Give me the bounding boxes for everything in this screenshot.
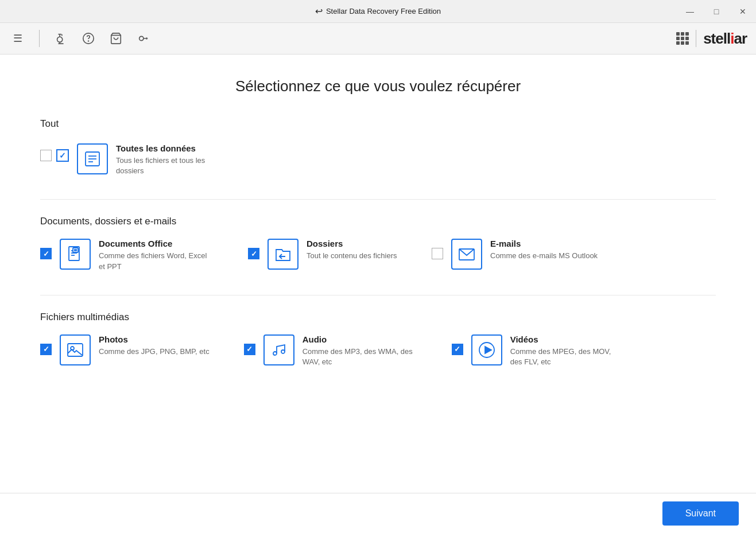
office-docs-text: Documents Office Comme des fichiers Word… xyxy=(99,239,214,271)
svg-marker-28 xyxy=(485,347,491,353)
audio-checkbox[interactable] xyxy=(244,344,255,355)
toolbar-divider-right xyxy=(696,30,696,47)
videos-desc: Comme des MPEG, des MOV, des FLV, etc xyxy=(510,347,625,367)
svg-point-7 xyxy=(88,41,89,41)
toolbar-divider xyxy=(39,30,40,47)
videos-icon-box xyxy=(471,334,502,365)
photos-title: Photos xyxy=(99,334,210,344)
svg-rect-18 xyxy=(73,248,78,252)
grid-dot xyxy=(676,32,680,36)
title-bar: ↩ Stellar Data Recovery Free Edition — □… xyxy=(0,0,756,23)
maximize-button[interactable]: □ xyxy=(703,0,730,23)
office-docs-checkbox[interactable] xyxy=(40,248,52,259)
multimedia-items-row: Photos Comme des JPG, PNG, BMP, etc Audi… xyxy=(40,334,716,367)
grid-dot xyxy=(681,37,684,40)
audio-title: Audio xyxy=(303,334,417,344)
svg-point-25 xyxy=(273,352,277,355)
all-data-checkboxes xyxy=(40,149,69,162)
page-title: Sélectionnez ce que vous voulez récupére… xyxy=(40,77,716,95)
item-photos[interactable]: Photos Comme des JPG, PNG, BMP, etc xyxy=(40,334,210,367)
minimize-button[interactable]: — xyxy=(677,0,703,23)
bottom-bar: Suivant xyxy=(0,493,756,533)
item-audio[interactable]: Audio Comme des MP3, des WMA, des WAV, e… xyxy=(244,334,417,367)
grid-dot xyxy=(676,41,680,45)
photos-icon-box xyxy=(60,334,91,365)
grid-dot xyxy=(676,37,680,40)
all-data-text: Toutes les données Tous les fichiers et … xyxy=(116,143,231,176)
section-all: Tout Toutes les données xyxy=(40,118,716,176)
emails-text: E-mails Comme des e-mails MS Outlook xyxy=(490,239,598,261)
folders-text: Dossiers Tout le contenu des fichiers xyxy=(307,239,397,261)
help-icon[interactable] xyxy=(80,30,97,47)
section-documents: Documents, dossiers et e-mails xyxy=(40,216,716,271)
item-videos[interactable]: Vidéos Comme des MPEG, des MOV, des FLV,… xyxy=(452,334,625,367)
grid-dot xyxy=(685,32,689,36)
videos-title: Vidéos xyxy=(510,334,625,344)
item-all-data[interactable]: Toutes les données Tous les fichiers et … xyxy=(40,141,231,176)
all-data-title: Toutes les données xyxy=(116,143,231,153)
audio-desc: Comme des MP3, des WMA, des WAV, etc xyxy=(303,347,417,367)
toolbar: ☰ xyxy=(0,23,756,55)
emails-icon-box xyxy=(451,239,482,270)
menu-icon[interactable]: ☰ xyxy=(9,30,26,47)
photos-checkbox[interactable] xyxy=(40,344,52,355)
cart-icon[interactable] xyxy=(107,30,125,47)
office-docs-icon-box xyxy=(60,239,91,270)
all-items-row: Toutes les données Tous les fichiers et … xyxy=(40,141,716,176)
all-data-checkbox-outer[interactable] xyxy=(40,150,52,161)
back-arrow-icon: ↩ xyxy=(315,6,323,17)
all-data-desc: Tous les fichiers et tous les dossiers xyxy=(116,155,231,176)
apps-grid-icon[interactable] xyxy=(676,32,689,45)
all-data-icon-box xyxy=(77,143,108,174)
title-bar-controls: — □ ✕ xyxy=(677,0,756,23)
separator-1 xyxy=(40,199,716,200)
grid-dot xyxy=(681,32,684,36)
scan-icon[interactable] xyxy=(52,30,69,47)
svg-point-9 xyxy=(139,36,144,40)
folders-desc: Tout le contenu des fichiers xyxy=(307,251,397,261)
main-content: Sélectionnez ce que vous voulez récupére… xyxy=(0,55,756,493)
item-emails[interactable]: E-mails Comme des e-mails MS Outlook xyxy=(432,239,598,271)
grid-dot xyxy=(685,37,689,40)
separator-2 xyxy=(40,295,716,295)
logo-accent: i xyxy=(730,30,734,47)
close-button[interactable]: ✕ xyxy=(730,0,756,23)
audio-icon-box xyxy=(263,334,294,365)
grid-dot xyxy=(681,41,684,45)
section-all-label: Tout xyxy=(40,118,716,130)
svg-point-0 xyxy=(57,37,63,42)
toolbar-right: stelliar xyxy=(676,30,747,48)
title-bar-title: ↩ Stellar Data Recovery Free Edition xyxy=(315,6,441,17)
photos-desc: Comme des JPG, PNG, BMP, etc xyxy=(99,347,210,357)
grid-dot xyxy=(685,41,689,45)
item-office-docs[interactable]: Documents Office Comme des fichiers Word… xyxy=(40,239,214,271)
app-title: Stellar Data Recovery Free Edition xyxy=(326,7,441,15)
videos-text: Vidéos Comme des MPEG, des MOV, des FLV,… xyxy=(510,334,625,367)
folders-checkbox[interactable] xyxy=(248,248,259,259)
svg-point-26 xyxy=(281,350,285,353)
emails-title: E-mails xyxy=(490,239,598,248)
office-docs-title: Documents Office xyxy=(99,239,214,248)
emails-desc: Comme des e-mails MS Outlook xyxy=(490,251,598,261)
next-button[interactable]: Suivant xyxy=(662,501,739,526)
section-multimedia-label: Fichiers multimédias xyxy=(40,312,716,323)
folders-title: Dossiers xyxy=(307,239,397,248)
section-multimedia: Fichiers multimédias Photos Comme des JP… xyxy=(40,312,716,367)
folders-icon-box xyxy=(267,239,298,270)
videos-checkbox[interactable] xyxy=(452,344,463,355)
photos-text: Photos Comme des JPG, PNG, BMP, etc xyxy=(99,334,210,357)
emails-checkbox[interactable] xyxy=(432,248,443,259)
office-docs-desc: Comme des fichiers Word, Excel et PPT xyxy=(99,251,214,271)
item-folders[interactable]: Dossiers Tout le contenu des fichiers xyxy=(248,239,397,271)
documents-items-row: Documents Office Comme des fichiers Word… xyxy=(40,239,716,271)
key-icon[interactable] xyxy=(135,30,152,47)
stellar-logo: stelliar xyxy=(703,30,747,48)
all-data-checkbox-inner[interactable] xyxy=(56,149,69,162)
audio-text: Audio Comme des MP3, des WMA, des WAV, e… xyxy=(303,334,417,367)
section-documents-label: Documents, dossiers et e-mails xyxy=(40,216,716,227)
